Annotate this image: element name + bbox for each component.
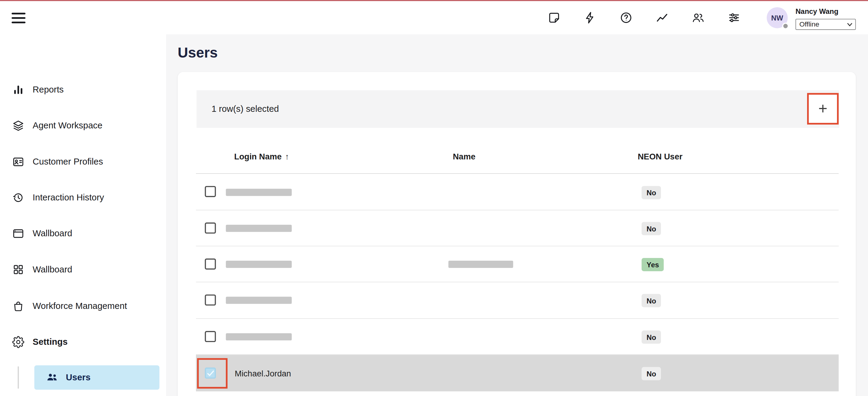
redacted-login-name xyxy=(226,333,292,340)
sidebar-item-reports[interactable]: Reports xyxy=(0,78,166,102)
selection-toolbar: 1 row(s) selected + xyxy=(196,90,839,128)
column-header-login-name[interactable]: Login Name ↑ xyxy=(234,138,289,174)
bag-icon xyxy=(12,300,24,312)
user-name: Nancy Wang xyxy=(795,7,838,16)
sidebar-item-label: Wallboard xyxy=(33,229,72,239)
hamburger-menu-icon[interactable] xyxy=(12,11,26,24)
redacted-login-name xyxy=(226,225,292,232)
row-checkbox[interactable] xyxy=(205,186,216,197)
sidebar-item-workforce-management[interactable]: Workforce Management xyxy=(0,294,166,318)
gear-icon xyxy=(12,336,24,348)
status-select-value: Offline xyxy=(799,21,819,28)
chevron-down-icon xyxy=(847,22,852,26)
table-body: No No Yes No No xyxy=(196,174,838,392)
column-header-neon-user[interactable]: NEON User xyxy=(638,138,683,174)
row-checkbox[interactable] xyxy=(205,331,216,342)
status-select[interactable]: Offline xyxy=(795,19,856,30)
topbar-icon-group xyxy=(548,1,741,34)
redacted-name xyxy=(448,261,513,268)
sort-ascending-icon[interactable]: ↑ xyxy=(285,151,289,161)
notes-icon[interactable] xyxy=(548,11,561,24)
check-icon xyxy=(207,369,214,377)
table-header: Login Name ↑ Name NEON User xyxy=(196,138,838,174)
sidebar-item-customer-profiles[interactable]: Customer Profiles xyxy=(0,150,166,174)
window-icon xyxy=(12,227,24,240)
login-name-cell: Michael.Jordan xyxy=(235,355,291,391)
neon-user-badge: No xyxy=(642,367,661,380)
neon-user-badge: No xyxy=(642,186,661,199)
sidebar-item-agent-workspace[interactable]: Agent Workspace xyxy=(0,114,166,138)
column-header-name[interactable]: Name xyxy=(453,138,475,174)
selection-count-text: 1 row(s) selected xyxy=(212,104,279,114)
neon-user-badge: Yes xyxy=(642,258,664,271)
users-card: 1 row(s) selected + Login Name ↑ Name NE… xyxy=(178,72,856,396)
row-checkbox[interactable] xyxy=(205,258,216,270)
sidebar-item-settings[interactable]: Settings xyxy=(0,330,166,355)
sidebar-item-label: Customer Profiles xyxy=(33,157,103,167)
redacted-login-name xyxy=(226,189,292,196)
bar-chart-icon xyxy=(12,84,24,95)
table-row[interactable]: No xyxy=(196,319,838,355)
neon-user-badge: No xyxy=(642,222,661,235)
sidebar-item-label: Interaction History xyxy=(33,192,104,203)
sidebar-item-label: Reports xyxy=(33,85,64,95)
table-row[interactable]: No xyxy=(196,174,838,210)
redacted-login-name xyxy=(226,297,292,304)
sidebar-item-label: Wallboard xyxy=(33,265,72,275)
sidebar-item-wallboard-2[interactable]: Wallboard xyxy=(0,257,166,282)
sidebar: Reports Agent Workspace Customer Profile… xyxy=(0,34,166,396)
page-title: Users xyxy=(178,44,218,61)
app-window: NW Nancy Wang Offline Reports Agent Work… xyxy=(0,0,868,396)
sidebar-item-label: Agent Workspace xyxy=(33,121,102,130)
analytics-icon[interactable] xyxy=(655,11,669,24)
table-row-selected[interactable]: Michael.Jordan No xyxy=(196,355,838,391)
id-card-icon xyxy=(12,155,24,167)
users-icon xyxy=(45,371,59,384)
sidebar-item-label: Settings xyxy=(33,337,67,347)
contacts-icon[interactable] xyxy=(691,11,705,24)
top-bar: NW Nancy Wang Offline xyxy=(0,1,868,34)
sidebar-item-users[interactable]: Users xyxy=(34,365,159,390)
preferences-icon[interactable] xyxy=(727,11,741,24)
table-row[interactable]: Yes xyxy=(196,246,838,282)
table-row[interactable]: No xyxy=(196,210,838,246)
sidebar-item-label: Users xyxy=(66,372,91,383)
history-icon xyxy=(12,192,24,204)
neon-user-badge: No xyxy=(642,331,661,344)
row-checkbox[interactable] xyxy=(205,295,216,306)
add-user-button[interactable]: + xyxy=(807,93,839,125)
avatar-initials: NW xyxy=(771,13,783,22)
help-icon[interactable] xyxy=(619,11,632,24)
sidebar-item-interaction-history[interactable]: Interaction History xyxy=(0,185,166,210)
row-checkbox[interactable] xyxy=(205,222,216,234)
neon-user-badge: No xyxy=(642,294,661,307)
quick-actions-icon[interactable] xyxy=(584,11,597,24)
grid-icon xyxy=(12,264,24,275)
presence-dot xyxy=(782,23,789,29)
redacted-login-name xyxy=(226,261,292,268)
tree-indent-guide xyxy=(18,366,19,389)
table-row[interactable]: No xyxy=(196,282,838,319)
row-checkbox-checked[interactable] xyxy=(205,368,216,379)
layers-icon xyxy=(12,120,24,132)
sidebar-item-label: Workforce Management xyxy=(33,301,127,311)
sidebar-item-wallboard[interactable]: Wallboard xyxy=(0,221,166,246)
